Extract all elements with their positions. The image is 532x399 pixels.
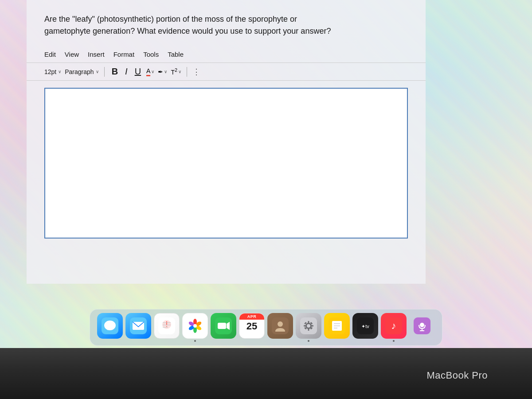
menu-edit[interactable]: Edit (44, 51, 56, 58)
menu-tools[interactable]: Tools (143, 51, 159, 58)
font-size-value: 12pt (44, 68, 56, 75)
facetime-icon (211, 313, 236, 339)
bold-button[interactable]: B (110, 66, 120, 78)
svg-point-26 (307, 324, 310, 328)
mail-icon (125, 313, 151, 339)
svg-rect-30 (311, 325, 313, 327)
macos-dock: ! (90, 309, 442, 346)
font-color-label: A (146, 67, 150, 76)
question-line1: Are the "leafy" (photosynthetic) portion… (44, 13, 408, 25)
dock-item-music[interactable]: ♪ (381, 313, 407, 342)
dock-container: ! (0, 309, 532, 346)
paragraph-style-selector[interactable]: Paragraph ∨ (65, 68, 98, 75)
highlight-selector[interactable]: ✒ ∨ (158, 68, 167, 75)
svg-point-45 (420, 323, 424, 327)
photos-dot (194, 340, 196, 342)
apple-tv-icon: ✦tv (352, 313, 378, 339)
superscript-label: T2 (171, 67, 177, 76)
photos-icon (182, 313, 208, 339)
text-editor[interactable] (44, 88, 408, 239)
superscript-chevron: ∨ (178, 69, 181, 74)
font-size-chevron: ∨ (58, 69, 61, 74)
dock-item-calendar[interactable]: APR 25 (239, 313, 265, 342)
svg-point-23 (278, 321, 283, 327)
reminders-icon: ! (154, 313, 180, 339)
svg-text:✦tv: ✦tv (361, 324, 369, 329)
question-line2: gametophyte generation? What evidence wo… (44, 25, 408, 37)
font-size-selector[interactable]: 12pt ∨ (44, 68, 61, 75)
paragraph-style-value: Paragraph (65, 68, 94, 75)
highlight-icon: ✒ (158, 68, 163, 75)
menu-format[interactable]: Format (113, 51, 135, 58)
dock-item-contacts[interactable] (267, 313, 293, 342)
svg-rect-20 (218, 323, 226, 329)
messages-icon (97, 313, 123, 339)
dock-item-podcasts[interactable] (409, 313, 435, 342)
svg-text:!: ! (165, 320, 168, 329)
font-color-chevron: ∨ (151, 69, 154, 74)
menu-bar: Edit View Insert Format Tools Table (27, 46, 426, 63)
svg-point-18 (193, 324, 197, 328)
svg-text:♪: ♪ (391, 320, 396, 331)
dock-item-reminders[interactable]: ! (154, 313, 180, 342)
notes-icon (324, 313, 350, 339)
macbook-label: MacBook Pro (426, 370, 488, 381)
calendar-icon: APR 25 (239, 313, 265, 339)
dock-item-facetime[interactable] (211, 313, 236, 342)
svg-point-1 (104, 321, 116, 330)
system-preferences-dot (308, 340, 309, 342)
formatting-toolbar: 12pt ∨ Paragraph ∨ B I U A ∨ ✒ ∨ T2 ∨ ⋮ (27, 63, 426, 81)
calendar-day: 25 (246, 320, 257, 332)
svg-rect-29 (304, 325, 306, 327)
toolbar-separator-1 (104, 67, 105, 77)
dock-item-notes[interactable] (324, 313, 350, 342)
dock-item-messages[interactable] (97, 313, 123, 342)
dock-item-mail[interactable] (125, 313, 151, 342)
podcasts-icon (409, 313, 435, 339)
superscript-selector[interactable]: T2 ∨ (171, 67, 181, 76)
system-preferences-icon (296, 313, 321, 339)
more-options-button[interactable]: ⋮ (192, 67, 200, 77)
highlight-chevron: ∨ (164, 69, 167, 74)
paragraph-chevron: ∨ (96, 69, 99, 74)
font-color-selector[interactable]: A ∨ (146, 67, 154, 76)
music-icon: ♪ (381, 313, 407, 339)
contacts-icon (267, 313, 293, 339)
italic-button[interactable]: I (123, 66, 129, 78)
menu-insert[interactable]: Insert (88, 51, 105, 58)
calendar-month: APR (239, 313, 264, 320)
music-dot (393, 340, 395, 342)
menu-view[interactable]: View (65, 51, 79, 58)
question-text: Are the "leafy" (photosynthetic) portion… (27, 0, 426, 46)
svg-rect-28 (308, 329, 309, 331)
dock-item-apple-tv[interactable]: ✦tv (352, 313, 378, 342)
underline-button[interactable]: U (133, 66, 143, 78)
dock-item-system-preferences[interactable] (296, 313, 321, 342)
document-window: Are the "leafy" (photosynthetic) portion… (27, 0, 426, 284)
menu-table[interactable]: Table (168, 51, 184, 58)
dock-item-photos[interactable] (182, 313, 208, 342)
svg-rect-27 (308, 321, 309, 323)
toolbar-separator-2 (187, 67, 187, 77)
